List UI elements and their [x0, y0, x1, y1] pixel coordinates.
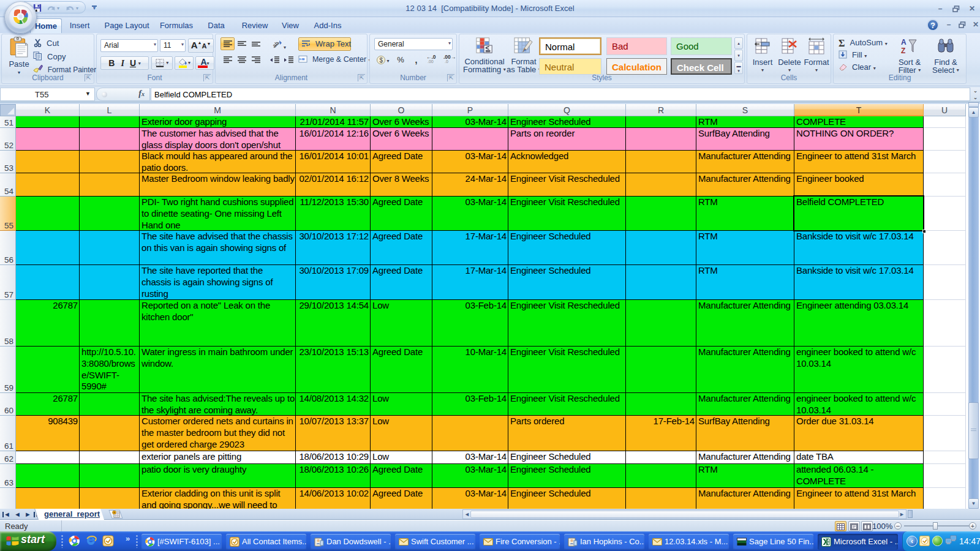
svg-text:a: a	[300, 57, 303, 61]
svg-text:$: $	[380, 57, 383, 64]
svg-text:.0: .0	[445, 59, 448, 64]
svg-text:A: A	[901, 38, 907, 47]
svg-text:ab: ab	[273, 40, 280, 49]
svg-text:Z: Z	[901, 47, 905, 55]
svg-text:.00: .00	[428, 59, 434, 64]
